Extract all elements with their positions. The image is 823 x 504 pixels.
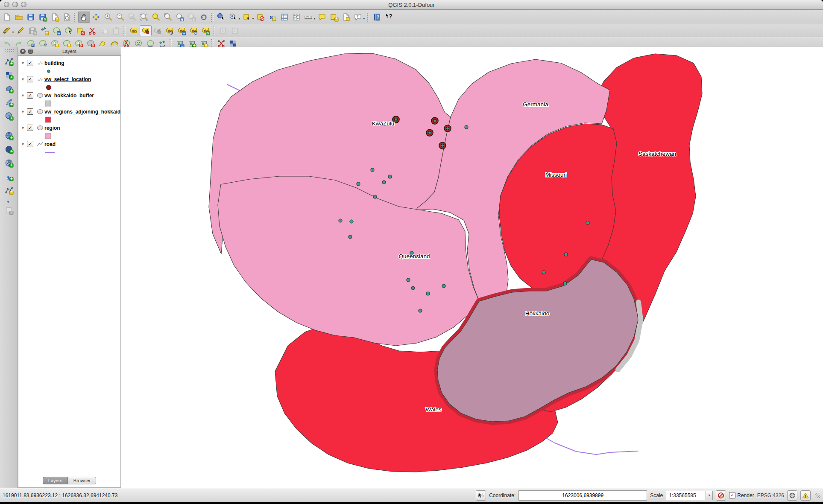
extents-toggle-icon[interactable] bbox=[476, 490, 486, 501]
log-messages-icon[interactable]: ! bbox=[800, 490, 811, 501]
select-features-icon[interactable] bbox=[241, 12, 253, 23]
add-vector-layer-icon[interactable]: + bbox=[3, 56, 15, 67]
add-wcs-layer-icon[interactable]: + bbox=[3, 144, 15, 155]
zoom-out-icon[interactable]: - bbox=[114, 12, 126, 23]
show-bookmarks-icon[interactable] bbox=[340, 12, 352, 23]
layer-label[interactable]: building bbox=[44, 60, 64, 66]
add-oracle-layer-icon[interactable]: + bbox=[3, 111, 15, 122]
coordinate-input[interactable] bbox=[518, 490, 647, 501]
disclosure-triangle-icon[interactable]: ▼ bbox=[21, 110, 27, 114]
crs-status-icon[interactable] bbox=[787, 490, 797, 501]
map-canvas[interactable]: KwaZuluGermaniaMissouriSaskatchewanQueen… bbox=[121, 47, 823, 488]
scale-combo[interactable]: 1:33565585 ▼ bbox=[666, 491, 713, 500]
new-bookmark-icon[interactable]: * bbox=[328, 12, 340, 23]
pan-to-selection-icon[interactable] bbox=[90, 12, 102, 23]
run-feature-action-icon[interactable] bbox=[227, 12, 239, 23]
labeling-icon[interactable]: abc bbox=[128, 25, 140, 36]
add-wms-layer-icon[interactable]: + bbox=[3, 130, 15, 141]
layer-visibility-checkbox[interactable]: ✓ bbox=[27, 92, 33, 99]
add-raster-layer-icon[interactable]: + bbox=[3, 70, 15, 81]
field-calculator-icon[interactable] bbox=[290, 12, 302, 23]
zoom-last-icon[interactable]: ◀ bbox=[174, 12, 186, 23]
save-project-as-icon[interactable]: ✎ bbox=[37, 12, 49, 23]
whats-this-icon[interactable]: ? bbox=[383, 12, 395, 23]
layer-type-polygon-icon bbox=[36, 123, 44, 133]
layer-visibility-checkbox[interactable]: ✓ bbox=[27, 141, 33, 147]
deselect-all-icon[interactable] bbox=[255, 12, 267, 23]
move-feature-icon[interactable]: → bbox=[50, 25, 62, 36]
new-project-icon[interactable] bbox=[1, 12, 13, 23]
layer-label[interactable]: region bbox=[44, 125, 60, 131]
layer-visibility-checkbox[interactable]: ✓ bbox=[27, 76, 33, 82]
title-bar[interactable]: QGIS 2.0.1-Dufour bbox=[0, 0, 823, 10]
zoom-in-icon[interactable]: + bbox=[102, 12, 114, 23]
add-wfs-layer-icon[interactable]: + bbox=[3, 157, 15, 169]
new-print-composer-icon[interactable]: * bbox=[49, 12, 61, 23]
zoom-full-icon[interactable] bbox=[138, 12, 150, 23]
disclosure-triangle-icon[interactable]: ▼ bbox=[21, 93, 27, 98]
label-show-hide-icon[interactable]: abc bbox=[164, 25, 176, 36]
identify-features-icon[interactable]: i bbox=[215, 12, 227, 23]
label-move-icon[interactable]: abc→ bbox=[176, 25, 187, 36]
map-tips-icon[interactable] bbox=[316, 12, 328, 23]
stop-render-icon[interactable] bbox=[716, 490, 726, 501]
layer-label[interactable]: road bbox=[44, 141, 56, 147]
building-point bbox=[371, 168, 374, 172]
zoom-to-layer-icon[interactable] bbox=[162, 12, 174, 23]
layer-label[interactable]: vw_select_location bbox=[44, 76, 91, 82]
save-project-icon[interactable] bbox=[25, 12, 37, 23]
close-window-icon[interactable] bbox=[4, 2, 9, 7]
add-feature-icon[interactable]: * bbox=[38, 25, 50, 36]
disclosure-triangle-icon[interactable]: ▼ bbox=[21, 61, 27, 65]
layer-visibility-checkbox[interactable]: ✓ bbox=[27, 60, 33, 66]
label-properties-icon[interactable]: abc✎ bbox=[199, 25, 211, 36]
layer-visibility-checkbox[interactable]: ✓ bbox=[27, 125, 33, 131]
layer-label[interactable]: vw_regions_adjoining_hokkaido bbox=[44, 109, 121, 115]
panel-tab-layers[interactable]: Layers bbox=[43, 477, 68, 484]
node-tool-icon[interactable] bbox=[62, 25, 74, 36]
render-toggle[interactable]: ✓ Render bbox=[729, 492, 754, 498]
add-postgis-layer-icon[interactable]: + bbox=[3, 83, 15, 94]
zoom-to-selection-icon[interactable] bbox=[150, 12, 162, 23]
toggle-editing-icon[interactable] bbox=[15, 25, 26, 36]
open-project-icon[interactable] bbox=[13, 12, 25, 23]
layer-item-vw_regions_adjoining_hokkaido[interactable]: ▼✓vw_regions_adjoining_hokkaido bbox=[18, 107, 120, 116]
delete-selected-icon[interactable]: × bbox=[74, 25, 86, 36]
measure-icon[interactable] bbox=[302, 12, 314, 23]
panel-float-icon[interactable]: ❐ bbox=[28, 49, 33, 54]
refresh-map-icon[interactable] bbox=[198, 12, 210, 23]
layer-item-vw_select_location[interactable]: ▼✓vw_select_location bbox=[18, 75, 120, 84]
zoom-window-icon[interactable] bbox=[21, 2, 26, 7]
layer-item-road[interactable]: ▼✓road bbox=[18, 140, 120, 149]
toolbar-grip[interactable] bbox=[4, 49, 14, 52]
new-shapefile-layer-dropdown-icon[interactable]: ▼ bbox=[7, 201, 10, 204]
label-rotate-icon[interactable]: abc bbox=[187, 25, 199, 36]
pan-map-icon[interactable] bbox=[78, 12, 90, 23]
layer-item-region[interactable]: ▼✓region bbox=[18, 123, 120, 132]
layer-item-vw_hokkaido_buffer[interactable]: ▼✓vw_hokkaido_buffer bbox=[18, 91, 120, 100]
resize-grip[interactable] bbox=[815, 493, 820, 498]
svg-text:,: , bbox=[6, 172, 9, 181]
disclosure-triangle-icon[interactable]: ▼ bbox=[21, 126, 27, 130]
open-attribute-table-icon[interactable] bbox=[278, 12, 290, 23]
cut-features-icon[interactable] bbox=[86, 25, 98, 36]
layer-visibility-checkbox[interactable]: ✓ bbox=[27, 108, 33, 115]
add-delimited-text-layer-icon[interactable]: ,+ bbox=[3, 171, 15, 182]
minimize-window-icon[interactable] bbox=[12, 2, 18, 7]
composer-manager-icon[interactable] bbox=[61, 12, 73, 23]
render-checkbox[interactable]: ✓ bbox=[729, 492, 735, 498]
panel-close-icon[interactable]: ✕ bbox=[20, 49, 26, 54]
select-by-expression-icon[interactable]: ε bbox=[267, 12, 278, 23]
label-pin-icon[interactable]: ab bbox=[140, 25, 152, 36]
disclosure-triangle-icon[interactable]: ▼ bbox=[21, 77, 27, 82]
text-annotation-icon[interactable]: T bbox=[352, 12, 364, 23]
help-contents-icon[interactable]: ? bbox=[371, 12, 383, 23]
current-edits-icon[interactable] bbox=[1, 25, 13, 36]
add-spatialite-layer-icon[interactable]: + bbox=[3, 97, 15, 108]
new-shapefile-layer-icon[interactable]: * bbox=[3, 185, 15, 196]
disclosure-triangle-icon[interactable]: ▼ bbox=[21, 142, 27, 146]
panel-tab-browser[interactable]: Browser bbox=[68, 477, 96, 484]
layer-label[interactable]: vw_hokkaido_buffer bbox=[44, 93, 94, 99]
layer-item-building[interactable]: ▼✓building bbox=[18, 58, 120, 67]
chevron-down-icon[interactable]: ▼ bbox=[706, 491, 712, 500]
